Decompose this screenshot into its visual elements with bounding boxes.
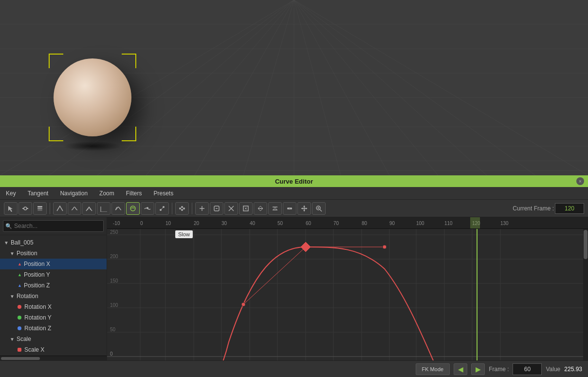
tree-item-scale-x[interactable]: Scale X: [0, 344, 107, 355]
toolbar-dots-btn[interactable]: [175, 202, 189, 215]
toolbar-tangent-smooth[interactable]: [68, 202, 81, 215]
svg-rect-27: [37, 210, 42, 211]
menu-zoom[interactable]: Zoom: [97, 189, 116, 198]
triangle-icon-pos-x: ▲: [18, 262, 22, 266]
toolbar-breakdown[interactable]: [283, 202, 296, 215]
toolbar-snap[interactable]: [224, 202, 238, 215]
svg-rect-25: [37, 206, 42, 207]
tree-item-position-y[interactable]: ▲ Position Y: [0, 269, 107, 280]
toolbar-zoom-tool[interactable]: [312, 202, 326, 215]
toolbar-tangent-linear[interactable]: [82, 202, 96, 215]
tree-item-position[interactable]: ▼ Position: [0, 248, 107, 259]
svg-text:20: 20: [194, 221, 200, 226]
svg-marker-56: [306, 207, 307, 209]
tree-item-rotation-y[interactable]: Rotation Y: [0, 312, 107, 323]
dot-rotation-z: [18, 326, 21, 330]
svg-text:10: 10: [165, 221, 171, 226]
toolbar-tangent-6[interactable]: [141, 202, 154, 215]
toolbar-pivot-btn[interactable]: [18, 202, 32, 215]
toolbar-tangent-active[interactable]: [126, 202, 140, 215]
selection-corner-tr: [122, 54, 136, 68]
tree-item-rotation-x[interactable]: Rotation X: [0, 302, 107, 312]
svg-text:0: 0: [110, 351, 113, 357]
toolbar-tangent-7[interactable]: [155, 202, 169, 215]
tree-label-position-x: Position X: [24, 261, 50, 267]
separator-1: [50, 203, 50, 214]
menu-tangent[interactable]: Tangent: [26, 189, 51, 198]
selection-corner-br: [122, 127, 136, 141]
h-scrollbar-thumb[interactable]: [1, 357, 40, 360]
sphere-object[interactable]: [54, 58, 131, 136]
tree-item-rotation[interactable]: ▼ Rotation: [0, 291, 107, 302]
svg-text:90: 90: [389, 221, 395, 226]
svg-marker-55: [301, 207, 303, 209]
triangle-icon-pos-z: ▲: [18, 283, 22, 288]
current-frame-input[interactable]: [555, 203, 584, 214]
toolbar-fit-all[interactable]: [239, 202, 253, 215]
toolbar-key-mode[interactable]: [210, 202, 223, 215]
svg-point-118: [241, 302, 245, 306]
menu-key[interactable]: Key: [4, 189, 18, 198]
toolbar-fit-selected[interactable]: [254, 202, 267, 215]
dot-scale-x: [18, 348, 21, 352]
selection-corner-bl: [49, 127, 63, 141]
main-content: 🔍 ▼ Ball_005 ▼ Position ▲ Positi: [0, 217, 588, 360]
current-frame-label: Current Frame :: [513, 205, 554, 212]
frame-input[interactable]: [513, 363, 542, 375]
expand-arrow-position: ▼: [10, 251, 15, 256]
tree-item-position-x[interactable]: ▲ Position X: [0, 259, 107, 269]
svg-rect-24: [26, 208, 28, 209]
menu-navigation[interactable]: Navigation: [58, 189, 90, 198]
toolbar-layer-btn[interactable]: [33, 202, 47, 215]
value-label: Value: [546, 366, 560, 373]
tree-item-ball[interactable]: ▼ Ball_005: [0, 237, 107, 248]
svg-text:80: 80: [362, 221, 368, 226]
curve-panel[interactable]: -10 0 10 20 30 40 50 60 70 80 90 100 110…: [107, 217, 588, 360]
expand-arrow-ball: ▼: [4, 240, 9, 245]
tree-item-rotation-z[interactable]: Rotation Z: [0, 323, 107, 334]
svg-text:30: 30: [221, 221, 227, 226]
v-scrollbar[interactable]: [583, 229, 588, 360]
fk-mode-button[interactable]: FK Mode: [416, 363, 450, 375]
svg-point-34: [179, 207, 181, 209]
svg-line-11: [146, 0, 294, 175]
svg-text:130: 130: [500, 221, 509, 226]
toolbar-tangent-step[interactable]: [97, 202, 110, 215]
tree-label-ball: Ball_005: [11, 239, 34, 246]
toolbar-tangent-plateau[interactable]: [111, 202, 125, 215]
search-bar: 🔍: [0, 217, 107, 235]
search-icon: 🔍: [5, 223, 12, 229]
h-scrollbar[interactable]: [0, 356, 107, 360]
v-scrollbar-thumb[interactable]: [584, 230, 588, 259]
menu-filters[interactable]: Filters: [124, 189, 144, 198]
svg-text:110: 110: [444, 221, 453, 226]
viewport: [0, 0, 588, 175]
toolbar-tangent-free[interactable]: [53, 202, 67, 215]
tree-item-position-z[interactable]: ▲ Position Z: [0, 280, 107, 291]
expand-arrow-rotation: ▼: [10, 294, 15, 299]
svg-text:50: 50: [110, 327, 116, 332]
close-button[interactable]: ×: [576, 177, 584, 185]
dot-rotation-x: [18, 305, 21, 309]
key-prev-button[interactable]: ◀: [454, 363, 467, 375]
separator-3: [192, 203, 192, 214]
svg-line-117: [243, 247, 306, 304]
selection-corner-tl: [49, 54, 63, 68]
curve-canvas[interactable]: 250 200 150 100 50 0: [107, 229, 588, 360]
search-input[interactable]: [3, 220, 104, 232]
frame-ruler: -10 0 10 20 30 40 50 60 70 80 90 100 110…: [107, 217, 588, 229]
toolbar-select-btn[interactable]: [4, 202, 18, 215]
toolbar-pan[interactable]: [297, 202, 311, 215]
svg-line-19: [294, 0, 535, 175]
sphere-mesh: [54, 58, 131, 136]
toolbar-add-key[interactable]: [195, 202, 209, 215]
svg-point-29: [130, 206, 135, 211]
svg-text:100: 100: [416, 221, 424, 226]
menu-bar: Key Tangent Navigation Zoom Filters Pres…: [0, 187, 588, 200]
tree-item-scale[interactable]: ▼ Scale: [0, 334, 107, 344]
svg-line-17: [294, 0, 438, 175]
toolbar-normalize[interactable]: [268, 202, 282, 215]
key-next-button[interactable]: ▶: [471, 363, 485, 375]
menu-presets[interactable]: Presets: [151, 189, 175, 198]
svg-point-30: [147, 207, 148, 209]
